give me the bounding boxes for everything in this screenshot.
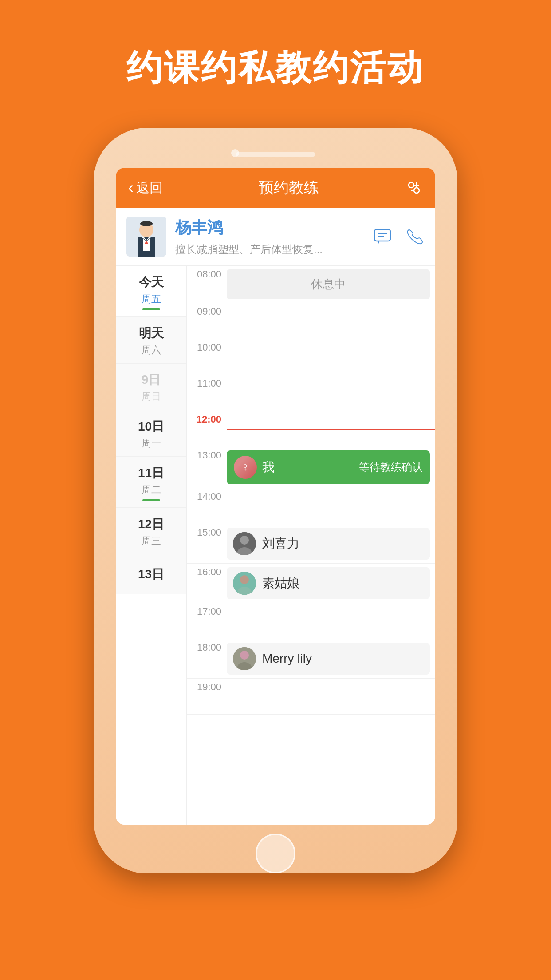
time-12: 12:00 [187, 411, 227, 425]
trainer-name: 杨丰鸿 [175, 217, 371, 239]
date11-underline [142, 499, 160, 501]
time-08: 08:00 [187, 266, 227, 280]
tomorrow-weekday: 周六 [142, 344, 161, 357]
trainer-info: 杨丰鸿 擅长减脂塑型、产后体型恢复... [175, 217, 371, 257]
person-su[interactable]: 素姑娘 [227, 567, 430, 599]
time-13: 13:00 [187, 447, 227, 461]
main-content: 今天 周五 明天 周六 9日 周日 10 [116, 266, 435, 825]
content-12 [227, 411, 435, 447]
time-row-16: 16:00 [187, 564, 435, 603]
time-10: 10:00 [187, 339, 227, 353]
content-13[interactable]: ♀ 我 等待教练确认 [227, 447, 435, 488]
time-row-10: 10:00 [187, 339, 435, 375]
time-row-18: 18:00 [187, 639, 435, 679]
date-today[interactable]: 今天 周五 [116, 266, 186, 317]
back-arrow-icon: ‹ [128, 180, 134, 196]
appt-name-me: 我 [262, 459, 354, 476]
back-label: 返回 [136, 179, 163, 197]
date-9[interactable]: 9日 周日 [116, 364, 186, 410]
chat-button[interactable] [371, 225, 394, 248]
page-title: 约课约私教约活动 [126, 44, 425, 92]
person-liu[interactable]: 刘喜力 [227, 528, 430, 560]
date10-label: 10日 [138, 418, 164, 435]
phone-screen: ‹ 返回 预约教练 [116, 168, 435, 825]
svg-rect-15 [374, 229, 390, 241]
svg-point-0 [409, 182, 414, 188]
time-18: 18:00 [187, 639, 227, 653]
phone-shell: ‹ 返回 预约教练 [94, 128, 457, 873]
content-08: 休息中 [227, 266, 435, 303]
today-weekday: 周五 [142, 292, 161, 306]
time-row-12: 12:00 [187, 411, 435, 447]
current-time-line [227, 429, 435, 430]
content-10 [227, 339, 435, 375]
date9-label: 9日 [142, 371, 161, 388]
time-row-08: 08:00 休息中 [187, 266, 435, 303]
date10-weekday: 周一 [142, 437, 161, 450]
page-background: 约课约私教约活动 ‹ 返回 预约教练 [0, 0, 551, 980]
time-row-11: 11:00 [187, 375, 435, 411]
tomorrow-label: 明天 [139, 325, 164, 342]
person-merry[interactable]: Merry lily [227, 643, 430, 675]
date-13[interactable]: 13日 [116, 554, 186, 594]
time-row-13: 13:00 ♀ 我 等待教练确认 [187, 447, 435, 488]
trainer-description: 擅长减脂塑型、产后体型恢复... [175, 242, 371, 257]
trainer-card: 杨丰鸿 擅长减脂塑型、产后体型恢复... [116, 208, 435, 266]
svg-point-1 [414, 188, 419, 193]
appointment-block[interactable]: ♀ 我 等待教练确认 [227, 450, 430, 484]
content-17 [227, 603, 435, 639]
time-14: 14:00 [187, 488, 227, 502]
date9-weekday: 周日 [142, 390, 161, 403]
time-16: 16:00 [187, 564, 227, 578]
phone-wrapper: ‹ 返回 预约教练 [94, 128, 457, 873]
date13-label: 13日 [138, 566, 164, 583]
header-title: 预约教练 [181, 178, 396, 198]
time-19: 19:00 [187, 679, 227, 693]
person-su-avatar [233, 572, 256, 595]
date11-label: 11日 [138, 465, 164, 482]
content-09 [227, 303, 435, 339]
today-label: 今天 [139, 274, 164, 291]
person-merry-name: Merry lily [262, 652, 312, 666]
back-button[interactable]: ‹ 返回 [128, 179, 181, 197]
content-14 [227, 488, 435, 524]
phone-speaker [236, 152, 315, 157]
trainer-actions [371, 225, 425, 248]
today-underline [142, 308, 160, 310]
time-17: 17:00 [187, 603, 227, 617]
appt-status: 等待教练确认 [359, 460, 423, 474]
person-su-name: 素姑娘 [262, 575, 299, 592]
app-header: ‹ 返回 预约教练 [116, 168, 435, 208]
date12-weekday: 周三 [142, 534, 161, 548]
date-tomorrow[interactable]: 明天 周六 [116, 317, 186, 364]
settings-icon[interactable] [396, 179, 423, 197]
appt-avatar-me: ♀ [234, 456, 257, 479]
schedule-area: 08:00 休息中 09:00 10:00 [187, 266, 435, 825]
time-row-14: 14:00 [187, 488, 435, 524]
phone-camera [231, 149, 239, 157]
svg-point-23 [240, 575, 249, 584]
date-10[interactable]: 10日 周一 [116, 410, 186, 457]
date-11[interactable]: 11日 周二 [116, 457, 186, 508]
content-15: 刘喜力 [227, 524, 435, 563]
svg-point-20 [240, 536, 249, 545]
date11-weekday: 周二 [142, 483, 161, 497]
time-row-17: 17:00 [187, 603, 435, 639]
person-merry-avatar [233, 647, 256, 670]
content-11 [227, 375, 435, 411]
home-button[interactable] [256, 834, 295, 873]
trainer-avatar [126, 217, 166, 257]
content-18: Merry lily [227, 639, 435, 678]
time-11: 11:00 [187, 375, 227, 389]
person-liu-name: 刘喜力 [262, 535, 299, 552]
time-row-09: 09:00 [187, 303, 435, 339]
svg-point-26 [240, 651, 249, 660]
date12-label: 12日 [138, 516, 164, 533]
person-liu-avatar [233, 532, 256, 555]
phone-button[interactable] [402, 225, 425, 248]
date-sidebar: 今天 周五 明天 周六 9日 周日 10 [116, 266, 187, 825]
svg-point-11 [140, 221, 153, 226]
date-12[interactable]: 12日 周三 [116, 508, 186, 554]
time-row-19: 19:00 [187, 679, 435, 715]
time-15: 15:00 [187, 524, 227, 538]
